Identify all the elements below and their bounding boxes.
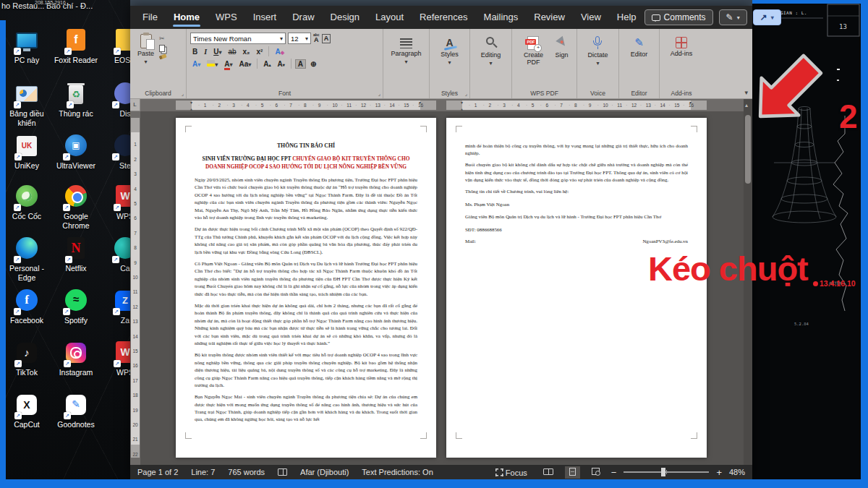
- font-color-button[interactable]: A▾: [222, 59, 234, 69]
- text-effects-button[interactable]: A▾: [190, 59, 203, 69]
- change-case-button[interactable]: Aa▾: [237, 59, 254, 69]
- clear-formatting-icon[interactable]: A◆: [273, 47, 286, 56]
- format-painter-icon[interactable]: [158, 53, 166, 59]
- read-mode-button[interactable]: [539, 466, 558, 478]
- ruler-number: 4: [517, 103, 520, 108]
- grow-font-button[interactable]: A▴: [261, 59, 273, 69]
- desktop-icon-goodnotes[interactable]: ✎↗Goodnotes: [54, 393, 98, 429]
- editing-mode-button[interactable]: ✎▾: [719, 9, 747, 25]
- indent-marker[interactable]: ▴: [461, 106, 463, 111]
- indent-marker[interactable]: ▾: [689, 100, 692, 105]
- character-shading-button[interactable]: A: [295, 59, 306, 69]
- menu-tab-review[interactable]: Review: [526, 6, 573, 29]
- desktop-icon-foxit-reader[interactable]: f↗Foxit Reader: [54, 29, 98, 65]
- desktop-icon-facebook[interactable]: f↗Facebook: [4, 289, 49, 325]
- editing-button[interactable]: Editing▾: [478, 35, 504, 68]
- subscript-button[interactable]: x₂: [241, 47, 252, 56]
- font-name-select[interactable]: Times New Roman▾: [190, 33, 286, 44]
- styles-dialog-launcher[interactable]: ⌟: [465, 91, 467, 97]
- bold-button[interactable]: B: [190, 47, 200, 56]
- addins-button[interactable]: Add-ins: [668, 34, 696, 59]
- shortcut-arrow-icon: ↗: [63, 308, 70, 315]
- desktop-icon-netflix[interactable]: N↗Netflix: [54, 237, 98, 273]
- italic-button[interactable]: I: [202, 47, 209, 56]
- horizontal-ruler[interactable]: 1·2·3·4·5·6·7·8·9·10·11·12·13·14·15·16·▾…: [130, 99, 744, 111]
- clipboard-dialog-launcher[interactable]: ⌟: [182, 91, 184, 97]
- cut-icon[interactable]: ✂: [159, 35, 166, 42]
- desktop-icon-b-ng-i-u-khi-n[interactable]: ↗Bảng điều khiển: [4, 82, 49, 128]
- desktop-icon-pc-n-y[interactable]: ↗PC này: [4, 29, 49, 65]
- document-page-1[interactable]: THÔNG TIN BÁO CHÍSINH VIÊN TRƯỜNG ĐẠI HỌ…: [176, 118, 436, 458]
- zoom-slider[interactable]: [624, 471, 709, 473]
- ruler-number: 1: [131, 142, 140, 147]
- menu-tab-wps-pdf[interactable]: WPS PDF: [208, 6, 245, 29]
- share-button[interactable]: ↗▾: [753, 9, 781, 25]
- proofing-icon[interactable]: [278, 468, 287, 476]
- menu-tab-insert[interactable]: Insert: [245, 6, 285, 29]
- dictate-button[interactable]: Dictate▾: [584, 35, 610, 68]
- enclose-characters-button[interactable]: ⊕: [308, 59, 318, 69]
- zoom-slider-thumb[interactable]: [661, 468, 665, 476]
- focus-button[interactable]: Focus: [495, 468, 527, 477]
- editor-button[interactable]: ✎ Editor: [628, 35, 651, 59]
- desktop-icon-google-chrome[interactable]: ↗Google Chrome: [54, 185, 98, 231]
- indent-marker[interactable]: ▴: [190, 106, 192, 111]
- menu-tab-design[interactable]: Design: [323, 6, 367, 29]
- frame-border-left: [0, 20, 6, 479]
- text-effects-small-icon[interactable]: abcA: [313, 33, 320, 43]
- menu-tab-view[interactable]: View: [573, 6, 609, 29]
- superscript-button[interactable]: x²: [255, 47, 265, 56]
- desktop-icon-tiktok[interactable]: ♪↗TikTok: [4, 341, 49, 377]
- menu-tab-references[interactable]: References: [412, 6, 475, 29]
- indent-marker[interactable]: ▾: [461, 100, 463, 105]
- web-layout-button[interactable]: [587, 466, 604, 478]
- menu-tab-home[interactable]: Home: [166, 6, 208, 29]
- character-border-icon[interactable]: A: [322, 34, 331, 43]
- desktop-icon-th-ng-r-c[interactable]: ♻↗Thùng rác: [54, 82, 98, 119]
- desktop-icon-capcut[interactable]: X↗CapCut: [4, 393, 49, 429]
- word-count[interactable]: 765 words: [228, 468, 265, 476]
- language-indicator[interactable]: Afar (Djibouti): [300, 468, 349, 476]
- tab-stop-selector[interactable]: L: [130, 99, 140, 111]
- zoom-out-button[interactable]: −: [611, 467, 617, 478]
- zoom-in-button[interactable]: +: [716, 467, 722, 478]
- create-pdf-button[interactable]: Create PDF: [517, 35, 549, 68]
- desktop-icon-ultraviewer[interactable]: ▣↗UltraViewer: [54, 134, 98, 171]
- styles-button[interactable]: A Styles▾: [438, 35, 461, 67]
- page-indicator[interactable]: Page 1 of 2: [137, 468, 178, 476]
- zoom-level[interactable]: 48%: [729, 468, 745, 476]
- desktop-icon-personal-edge[interactable]: ↗Personal - Edge: [4, 237, 49, 283]
- collapse-ribbon-chevron[interactable]: ▾: [744, 89, 748, 96]
- menu-tab-draw[interactable]: Draw: [284, 6, 322, 29]
- text-predictions-indicator[interactable]: Text Predictions: On: [362, 468, 433, 476]
- scrollbar-thumb[interactable]: [745, 115, 751, 184]
- desktop-icon-instagram[interactable]: ↗Instagram: [54, 341, 98, 377]
- vertical-ruler[interactable]: 12345678910111213141516171819202122: [130, 111, 140, 465]
- copy-icon[interactable]: [159, 45, 165, 52]
- comments-button[interactable]: Comments: [644, 9, 713, 25]
- sign-button[interactable]: Sign: [552, 35, 571, 68]
- voice-group-label: Voice: [577, 90, 618, 97]
- line-indicator[interactable]: Line: 7: [191, 468, 215, 476]
- font-size-select[interactable]: 12▾: [288, 33, 311, 44]
- underline-button[interactable]: U▾: [211, 47, 224, 56]
- paragraph-button[interactable]: Paragraph▾: [388, 35, 424, 67]
- menu-tab-mailings[interactable]: Mailings: [476, 6, 527, 29]
- web-layout-icon: [592, 468, 600, 475]
- menu-tab-file[interactable]: File: [135, 6, 166, 29]
- paste-button[interactable]: Paste▾: [135, 33, 157, 67]
- scroll-up-icon[interactable]: ▴: [745, 102, 748, 108]
- desktop-icon-spotify[interactable]: ≈↗Spotify: [54, 289, 98, 325]
- ruler-number: 16: [131, 363, 140, 368]
- desktop-icon-c-c-c-c[interactable]: ↗Cốc Cốc: [4, 185, 49, 221]
- indent-marker[interactable]: ▾: [190, 100, 192, 105]
- font-dialog-launcher[interactable]: ⌟: [378, 91, 380, 97]
- strikethrough-button[interactable]: ab: [226, 47, 238, 56]
- indent-marker[interactable]: ▾: [419, 100, 421, 105]
- shrink-font-button[interactable]: A▾: [276, 59, 287, 69]
- menu-tab-layout[interactable]: Layout: [367, 6, 412, 29]
- desktop-icon-unikey[interactable]: UK↗UniKey: [4, 134, 49, 171]
- print-layout-button[interactable]: [565, 466, 580, 479]
- menu-tab-help[interactable]: Help: [609, 6, 644, 29]
- highlight-color-button[interactable]: ▾: [205, 59, 220, 69]
